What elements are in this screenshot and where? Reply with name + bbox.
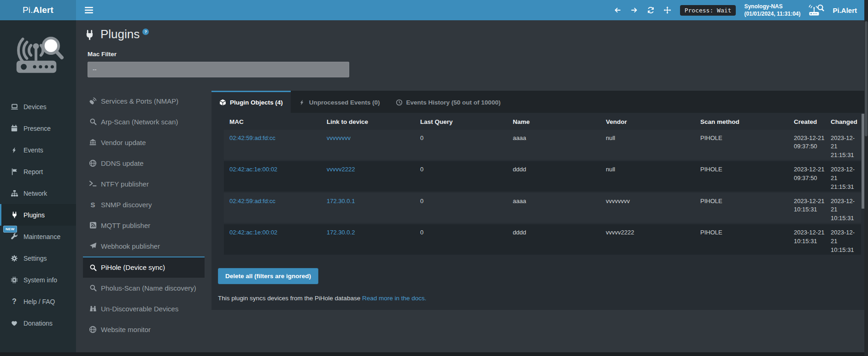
col-scan-method: Scan method — [695, 118, 788, 125]
device-link[interactable]: 172.30.0.1 — [321, 197, 415, 206]
table-header: MAC Link to device Last Query Name Vendo… — [224, 113, 861, 130]
sidebar-item-maintenance[interactable]: NEW Maintenance — [0, 226, 76, 247]
host-info: Synology-NAS (01/01/2024, 11:31:04) — [744, 3, 800, 18]
vendor-value: vvvvv2222 — [600, 228, 695, 237]
plugin-item-snmp[interactable]: S SNMP discovery — [83, 194, 205, 215]
scan-method-value: PIHOLE — [695, 228, 788, 237]
plugin-item-mqtt[interactable]: MQTT publisher — [83, 215, 205, 236]
plugin-item-undiscoverable[interactable]: Un-Discoverable Devices — [83, 298, 205, 319]
mac-link[interactable]: 02:42:59:ad:fd:cc — [224, 134, 321, 143]
topbar-actions: Process: Wait Synology-NAS (01/01/2024, … — [614, 3, 864, 18]
rss-square-icon — [89, 222, 97, 229]
plugin-item-webhook[interactable]: Webhook publisher — [83, 236, 205, 257]
mac-link[interactable]: 02:42:ac:1e:00:02 — [224, 228, 321, 237]
process-status-badge: Process: Wait — [680, 5, 736, 16]
scan-method-value: PIHOLE — [695, 165, 788, 174]
sidebar-item-devices[interactable]: Devices — [0, 96, 76, 117]
sidebar: Devices Presence Events Report Network — [0, 20, 76, 352]
globe-icon — [89, 159, 97, 167]
sidebar-item-donations[interactable]: Donations — [0, 312, 76, 334]
col-vendor: Vendor — [600, 118, 695, 125]
plugin-detail-panel: Plugin Objects (4) Unprocessed Events (0… — [211, 91, 866, 310]
plugin-item-ddns-update[interactable]: DDNS update — [83, 153, 205, 174]
plugin-item-label: DDNS update — [101, 159, 144, 167]
laptop-icon — [10, 103, 18, 111]
tab-label: Unprocessed Events (0) — [309, 99, 380, 106]
plugin-objects-table: MAC Link to device Last Query Name Vendo… — [211, 113, 866, 255]
flag-icon — [10, 168, 18, 176]
device-link[interactable]: 172.30.0.2 — [321, 228, 415, 237]
mac-filter-input[interactable] — [88, 62, 349, 77]
device-link[interactable]: vvvvv2222 — [321, 165, 415, 174]
plugin-item-vendor-update[interactable]: Vendor update — [83, 132, 205, 153]
mac-link[interactable]: 02:42:59:ad:fd:cc — [224, 197, 321, 206]
plugin-item-label: MQTT publisher — [101, 222, 150, 229]
col-changed: Changed — [825, 118, 861, 125]
device-link[interactable]: vvvvvvvv — [321, 134, 415, 143]
tab-events-history[interactable]: Events History (50 out of 10000) — [388, 91, 509, 113]
move-icon[interactable] — [663, 6, 672, 14]
plugin-item-label: SNMP discovery — [101, 201, 152, 209]
brand-logo[interactable]: Pi.Alert — [0, 0, 76, 20]
col-link-to-device: Link to device — [321, 118, 415, 125]
last-query-value: 0 — [415, 165, 507, 174]
col-name: Name — [507, 118, 600, 125]
plugin-item-nmap[interactable]: Services & Ports (NMAP) — [83, 91, 205, 111]
tab-unprocessed-events[interactable]: Unprocessed Events (0) — [291, 91, 388, 113]
host-timestamp: (01/01/2024, 11:31:04) — [744, 11, 800, 17]
sidebar-item-settings[interactable]: Settings — [0, 247, 76, 269]
vendor-value: null — [600, 165, 695, 174]
delete-all-button[interactable]: Delete all (filters are ignored) — [218, 268, 318, 284]
brand-suffix: Alert — [33, 5, 53, 15]
search-icon — [89, 118, 97, 126]
app-name: Pi.Alert — [833, 6, 857, 14]
question-icon: ? — [10, 298, 18, 306]
plugins-layout: Services & Ports (NMAP) Arp-Scan (Networ… — [83, 91, 860, 340]
page-scrollbar-thumb[interactable] — [865, 21, 868, 136]
sidebar-item-label: Devices — [23, 103, 47, 111]
sidebar-item-label: Report — [23, 168, 43, 175]
back-arrow-icon[interactable] — [614, 6, 622, 14]
sidebar-toggle-icon[interactable] — [83, 4, 95, 16]
plugin-item-label: Website monitor — [101, 326, 151, 333]
page-scrollbar[interactable] — [864, 0, 868, 356]
calendar-icon — [10, 124, 18, 133]
sidebar-item-help-faq[interactable]: ? Help / FAQ — [0, 291, 76, 312]
plugin-description-text: This plugin syncs devices from the PiHol… — [218, 295, 360, 302]
plug-icon — [10, 211, 18, 219]
help-badge[interactable]: ? — [142, 29, 149, 35]
plugin-item-website-monitor[interactable]: Website monitor — [83, 319, 205, 340]
sidebar-item-report[interactable]: Report — [0, 161, 76, 182]
table-row: 02:42:ac:1e:00:02 vvvvv2222 0 dddd null … — [224, 161, 861, 192]
sidebar-item-events[interactable]: Events — [0, 139, 76, 161]
satellite-dish-icon — [89, 97, 97, 105]
letter-s-icon: S — [89, 201, 97, 209]
tab-label: Plugin Objects (4) — [230, 99, 283, 106]
read-more-link[interactable]: Read more in the docs. — [362, 295, 427, 302]
changed-value: 2023-12-21 10:15:31 — [825, 197, 861, 223]
forward-arrow-icon[interactable] — [630, 6, 639, 14]
sidebar-item-presence[interactable]: Presence — [0, 117, 76, 139]
vendor-value: vvvvvvvv — [600, 197, 695, 206]
sidebar-item-label: Events — [23, 146, 43, 154]
plugin-item-label: Webhook publisher — [101, 242, 160, 250]
router-scan-icon — [809, 4, 824, 16]
sidebar-item-plugins[interactable]: Plugins — [0, 204, 76, 226]
sidebar-item-label: Settings — [23, 255, 47, 262]
sidebar-item-label: Presence — [23, 125, 51, 132]
plugin-item-label: Vendor update — [101, 139, 146, 146]
bank-icon — [89, 139, 97, 146]
mac-link[interactable]: 02:42:ac:1e:00:02 — [224, 165, 321, 174]
plugin-item-ntfy[interactable]: NTFY publisher — [83, 174, 205, 194]
chip-icon — [10, 276, 18, 284]
plugin-item-pihole[interactable]: PiHole (Device sync) — [83, 257, 205, 278]
changed-value: 2023-12-21 21:15:31 — [825, 165, 861, 192]
plugin-item-pholus-scan[interactable]: Pholus-Scan (Name discovery) — [83, 278, 205, 298]
refresh-icon[interactable] — [647, 6, 655, 14]
plugin-item-arp-scan[interactable]: Arp-Scan (Network scan) — [83, 111, 205, 132]
new-badge: NEW — [3, 226, 17, 233]
sidebar-item-network[interactable]: Network — [0, 182, 76, 204]
cube-icon — [219, 99, 226, 106]
sidebar-item-system-info[interactable]: System info — [0, 269, 76, 291]
tab-plugin-objects[interactable]: Plugin Objects (4) — [211, 91, 291, 113]
